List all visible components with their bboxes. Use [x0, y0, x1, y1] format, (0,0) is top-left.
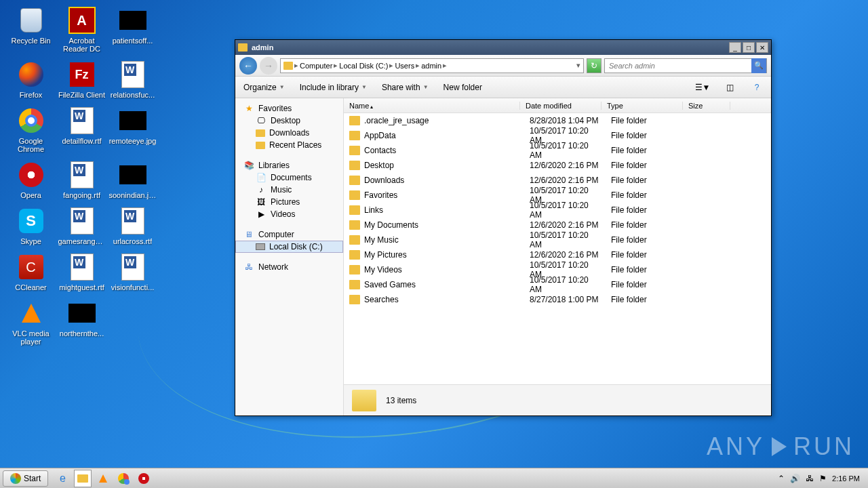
folder-icon [349, 116, 360, 125]
view-options-button[interactable]: ☰ ▼ [696, 81, 709, 94]
file-content-pane: Name▴ Date modified Type Size .oracle_jr… [344, 98, 771, 415]
desktop-icon-soonindian-jpg[interactable]: soonindian.jpg [107, 160, 158, 201]
desktop-icon-remoteeye-jpg[interactable]: remoteeye.jpg [107, 106, 158, 155]
desktop[interactable]: Recycle BinAAcrobat Reader DCpatientsoff… [0, 0, 868, 488]
desktop-icon-google-chrome[interactable]: Google Chrome [5, 106, 56, 155]
desktop-icon-acrobat-reader-dc[interactable]: AAcrobat Reader DC [56, 5, 107, 54]
nav-desktop[interactable]: 🖵Desktop [235, 115, 343, 127]
desktop-icon-relationsfuc-[interactable]: relationsfuc... [107, 60, 158, 100]
flag-icon[interactable]: ⚑ [819, 474, 827, 483]
new-folder-button[interactable]: New folder [443, 83, 482, 92]
desktop-icon-vlc-media-player[interactable]: VLC media player [5, 298, 56, 347]
nav-downloads[interactable]: Downloads [235, 127, 343, 139]
taskbar-chrome[interactable] [115, 470, 132, 487]
close-button[interactable]: ✕ [756, 42, 768, 53]
forward-button[interactable]: → [260, 57, 277, 75]
nav-network[interactable]: 🖧Network [235, 261, 343, 273]
nav-libraries[interactable]: 📚Libraries [235, 159, 343, 171]
breadcrumb-computer[interactable]: Computer [300, 62, 332, 70]
taskbar-opera[interactable] [135, 470, 153, 487]
windows-icon [10, 473, 21, 484]
column-size[interactable]: Size [683, 102, 730, 110]
share-with-menu[interactable]: Share with▼ [382, 83, 429, 92]
navigation-pane: ★Favorites 🖵Desktop Downloads Recent Pla… [235, 98, 344, 415]
file-type: File folder [606, 116, 687, 125]
network-icon[interactable]: 🖧 [806, 474, 814, 483]
icon-label: mightguest.rtf [59, 283, 104, 291]
desktop-icon-skype[interactable]: SSkype [5, 206, 56, 247]
organize-menu[interactable]: Organize▼ [243, 83, 285, 92]
desktop-icon-opera[interactable]: Opera [5, 160, 56, 201]
file-type: File folder [606, 205, 687, 215]
nav-pictures[interactable]: 🖼Pictures [235, 196, 343, 208]
nav-local-disk[interactable]: Local Disk (C:) [235, 241, 343, 253]
icon-label: FileZilla Client [58, 91, 105, 99]
back-button[interactable]: ← [239, 57, 257, 75]
titlebar[interactable]: admin _ □ ✕ [235, 40, 771, 55]
taskbar-ie[interactable]: e [54, 470, 71, 487]
minimize-button[interactable]: _ [729, 42, 741, 53]
desktop-icon-filezilla-client[interactable]: FzFileZilla Client [56, 60, 107, 100]
file-row-searches[interactable]: Searches8/27/2018 1:00 PMFile folder [344, 292, 771, 307]
file-row-saved-games[interactable]: Saved Games10/5/2017 10:20 AMFile folder [344, 277, 771, 292]
folder-icon [349, 205, 360, 215]
desktop-icon-mightguest-rtf[interactable]: mightguest.rtf [56, 252, 107, 293]
desktop-icon-firefox[interactable]: Firefox [5, 60, 56, 100]
address-dropdown[interactable]: ▾ [576, 61, 580, 70]
desktop-icon-ccleaner[interactable]: CCCleaner [5, 252, 56, 293]
file-type: File folder [606, 280, 687, 289]
icon-label: urlacross.rtf [113, 237, 152, 245]
volume-icon[interactable]: 🔊 [790, 474, 800, 483]
breadcrumb-disk[interactable]: Local Disk (C:) [339, 62, 388, 70]
desktop-icon-patientsoff-[interactable]: patientsoff... [107, 5, 158, 54]
file-name: Saved Games [364, 280, 524, 289]
folder-icon [349, 176, 360, 185]
address-bar[interactable]: ▸ Computer ▸ Local Disk (C:) ▸ Users ▸ a… [280, 58, 584, 73]
item-count: 13 items [386, 396, 416, 405]
file-row-links[interactable]: Links10/5/2017 10:20 AMFile folder [344, 203, 771, 218]
breadcrumb-users[interactable]: Users [395, 62, 414, 70]
icon-label: visionfuncti... [111, 283, 155, 291]
preview-pane-button[interactable]: ◫ [724, 81, 736, 94]
maximize-button[interactable]: □ [743, 42, 755, 53]
column-name[interactable]: Name▴ [344, 102, 520, 110]
desktop-icon-visionfuncti-[interactable]: visionfuncti... [107, 252, 158, 293]
taskbar-vlc[interactable] [94, 470, 112, 487]
desktop-icon-detailflow-rtf[interactable]: detailflow.rtf [56, 106, 107, 155]
file-row-desktop[interactable]: Desktop12/6/2020 2:16 PMFile folder [344, 158, 771, 173]
file-row-my-music[interactable]: My Music10/5/2017 10:20 AMFile folder [344, 232, 771, 247]
nav-music[interactable]: ♪Music [235, 184, 343, 196]
start-button[interactable]: Start [3, 470, 48, 487]
desktop-icon-gamesrange-[interactable]: gamesrange... [56, 206, 107, 247]
file-name: Desktop [364, 161, 524, 170]
nav-videos[interactable]: ▶Videos [235, 208, 343, 220]
taskbar: Start e ⌃ 🔊 🖧 ⚑ 2:16 PM [0, 468, 868, 488]
nav-documents[interactable]: 📄Documents [235, 171, 343, 184]
clock[interactable]: 2:16 PM [832, 474, 860, 483]
desktop-icon-northernthe-[interactable]: northernthe... [56, 298, 107, 347]
tray-expand-icon[interactable]: ⌃ [778, 474, 785, 483]
icon-label: Opera [20, 191, 41, 199]
file-date: 12/6/2020 2:16 PM [524, 176, 606, 185]
desktop-icon-recycle-bin[interactable]: Recycle Bin [5, 5, 56, 54]
window-title: admin [252, 43, 729, 52]
file-row-contacts[interactable]: Contacts10/5/2017 10:20 AMFile folder [344, 143, 771, 158]
nav-favorites[interactable]: ★Favorites [235, 102, 343, 115]
taskbar-explorer[interactable] [74, 470, 92, 487]
search-input[interactable] [605, 62, 751, 70]
breadcrumb-admin[interactable]: admin [421, 62, 441, 70]
file-type: File folder [606, 146, 687, 155]
desktop-icon-urlacross-rtf[interactable]: urlacross.rtf [107, 206, 158, 247]
refresh-button[interactable]: ↻ [587, 58, 601, 73]
desktop-icon-fangoing-rtf[interactable]: fangoing.rtf [56, 160, 107, 201]
file-type: File folder [606, 161, 687, 170]
folder-icon [349, 220, 360, 230]
icon-label: Skype [20, 237, 41, 245]
column-date[interactable]: Date modified [520, 102, 601, 110]
include-library-menu[interactable]: Include in library▼ [300, 83, 367, 92]
nav-computer[interactable]: 🖥Computer [235, 228, 343, 241]
column-type[interactable]: Type [601, 102, 683, 110]
search-button[interactable]: 🔍 [751, 58, 766, 73]
help-button[interactable]: ? [751, 81, 763, 94]
nav-recent[interactable]: Recent Places [235, 139, 343, 151]
